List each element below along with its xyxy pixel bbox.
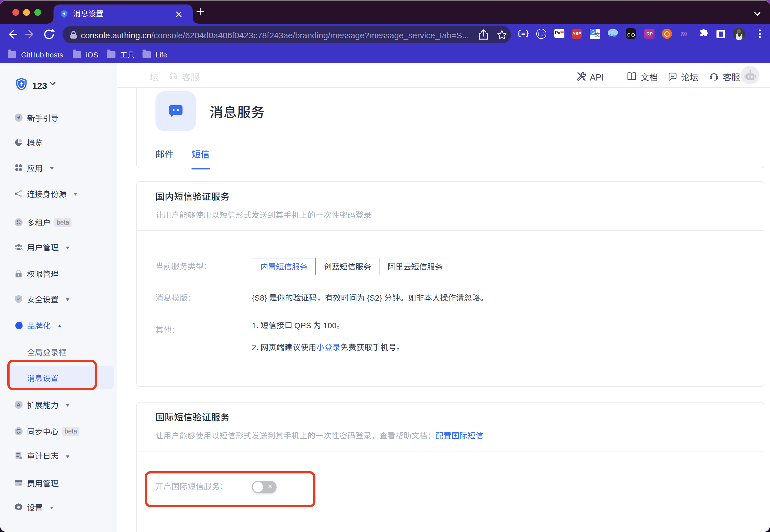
svg-text:A: A <box>17 402 20 408</box>
